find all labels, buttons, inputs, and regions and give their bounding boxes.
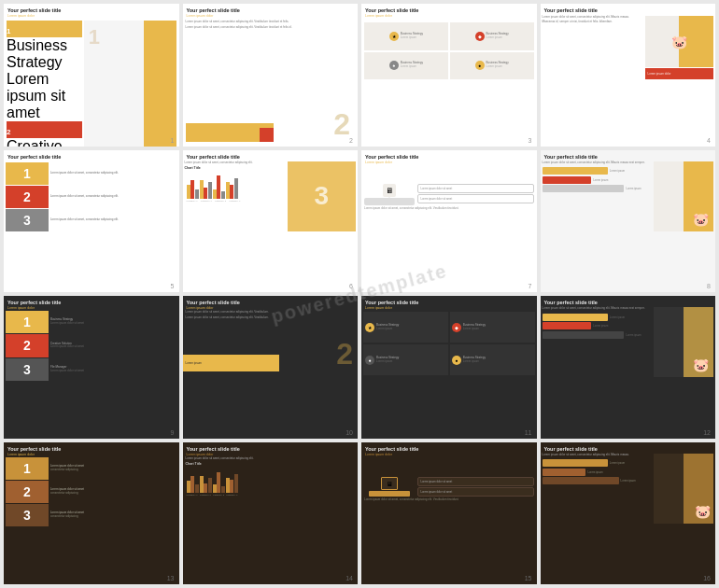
big-num: 2 bbox=[336, 337, 353, 371]
num-label: Lorem ipsum bbox=[186, 361, 202, 365]
slide-15[interactable]: Your perfect slide title Lorem ipsum dol… bbox=[361, 442, 537, 585]
slide-7[interactable]: Your perfect slide title Lorem ipsum dol… bbox=[361, 150, 537, 293]
slide-6[interactable]: Your perfect slide title Lorem ipsum dol… bbox=[183, 150, 359, 293]
chart-title: Chart Title bbox=[185, 166, 286, 170]
slide-title: Your perfect slide title bbox=[7, 300, 176, 305]
cat-4: Category 4 bbox=[226, 494, 237, 497]
cat-3: Category 3 bbox=[215, 200, 226, 203]
slide-number: 16 bbox=[703, 575, 711, 581]
slide-number: 10 bbox=[345, 429, 353, 436]
slide-title: Your perfect slide title bbox=[365, 154, 533, 160]
slide-16[interactable]: Your perfect slide title Lorem ipsum dol… bbox=[541, 442, 716, 585]
grid-cell-2: ◆ Business StrategyLorem ipsum bbox=[450, 22, 534, 50]
slide-number: 9 bbox=[171, 429, 175, 436]
body-text-2: Lorem ipsum dolor sit amet, consectetur … bbox=[186, 26, 356, 30]
cat-4: Category 4 bbox=[229, 200, 240, 203]
slide-number: 14 bbox=[345, 575, 353, 581]
item-3-text: Lorem ipsum dolor sit amet, consectetur … bbox=[50, 218, 177, 222]
slide-title: Your perfect slide title bbox=[365, 7, 533, 13]
slide-title: Your perfect slide title bbox=[7, 446, 176, 452]
number-1: 1 bbox=[7, 21, 82, 37]
body-text: Lorem ipsum dolor sit amet, consectetur … bbox=[543, 454, 652, 457]
item-1-text: Lorem ipsum dolor sit amet, consectetur … bbox=[50, 172, 177, 175]
chart-title: Chart Title bbox=[186, 462, 356, 466]
slide-14[interactable]: Your perfect slide title Lorem ipsum dol… bbox=[183, 442, 359, 585]
cat-3: Category 3 bbox=[213, 494, 224, 497]
slide-title: Your perfect slide title bbox=[7, 154, 176, 160]
bubble-2: Lorem ipsum dolor sit amet bbox=[417, 194, 533, 203]
body-text: Lorem ipsum dolor sit amet, consectetur … bbox=[186, 457, 356, 461]
big-number: 2 bbox=[333, 107, 350, 142]
dark-cell-4: ● Business StrategyLorem ipsum bbox=[450, 344, 535, 375]
cat-2: Category 2 bbox=[201, 200, 212, 203]
body-text: Lorem ipsum dolor sit amet, consectetur … bbox=[543, 307, 652, 311]
slide-12[interactable]: Your perfect slide title Lorem ipsum dol… bbox=[541, 296, 716, 439]
slide-number: 13 bbox=[167, 575, 175, 581]
slide-2[interactable]: Your perfect slide title Lorem ipsum dol… bbox=[183, 4, 359, 147]
grid-cell-3: ♠ Business StrategyLorem ipsum bbox=[364, 52, 448, 80]
slide-13[interactable]: Your perfect slide title Lorem ipsum dol… bbox=[4, 442, 179, 585]
slide-title: Your perfect slide title bbox=[7, 7, 176, 13]
slide-title: Your perfect slide title bbox=[544, 300, 712, 305]
slide-11[interactable]: Your perfect slide title Lorem ipsum dol… bbox=[361, 296, 537, 439]
slide-number: 4 bbox=[707, 137, 711, 144]
slide-title: Your perfect slide title bbox=[187, 7, 355, 13]
cat-2: Category 2 bbox=[200, 494, 211, 497]
item-sub: Lorem ipsum sit amet bbox=[7, 71, 82, 121]
body-text: Lorem ipsum dolor sit amet, consectetur … bbox=[543, 161, 652, 165]
slide-10[interactable]: Your perfect slide title Lorem ipsum dol… bbox=[183, 296, 359, 439]
item-1: Business StrategyLorem ipsum dolor sit a… bbox=[50, 318, 177, 326]
slide-1[interactable]: Your perfect slide title Lorem ipsum dol… bbox=[4, 4, 179, 147]
slide-3[interactable]: Your perfect slide title Lorem ipsum dol… bbox=[361, 4, 537, 147]
item-label: Creative Solution bbox=[7, 138, 82, 147]
slide-subtitle: Lorem ipsum dolor bbox=[365, 161, 533, 164]
body-text: Lorem ipsum dolor sit amet, consectetur … bbox=[186, 21, 356, 24]
slide-number: 1 bbox=[171, 137, 175, 144]
cat-1: Category 1 bbox=[187, 200, 198, 203]
bubble-1: Lorem ipsum dolor sit amet bbox=[417, 184, 533, 193]
slide-number: 6 bbox=[349, 283, 353, 289]
slide-subtitle: Lorem ipsum dolor bbox=[365, 14, 533, 18]
bar-l-2: Lorem ipsum bbox=[593, 324, 608, 328]
slide-number: 7 bbox=[529, 283, 532, 289]
number-2: 2 bbox=[7, 121, 82, 138]
slide-title: Your perfect slide title bbox=[365, 300, 533, 305]
slide-8[interactable]: Your perfect slide title Lorem ipsum dol… bbox=[541, 150, 716, 293]
bar-label-1: Lorem ipsum bbox=[610, 169, 625, 173]
slide-subtitle: Lorem ipsum dolor bbox=[7, 306, 176, 310]
item-2: Creative SolutionLorem ipsum dolor sit a… bbox=[50, 343, 177, 350]
slide-title: Your perfect slide title bbox=[187, 154, 355, 160]
cat-1: Category 1 bbox=[187, 494, 198, 497]
slide-subtitle: Lorem ipsum dolor bbox=[365, 306, 533, 310]
slide-number: 3 bbox=[529, 137, 532, 144]
body-text: Lorem ipsum dolor sit amet, consectetur … bbox=[185, 161, 286, 165]
item-3: File ManagerLorem ipsum dolor sit amet bbox=[50, 366, 177, 373]
monitor-icon: 🖥 bbox=[381, 477, 398, 490]
item-3: Lorem ipsum dolor sit ametconsectetur ad… bbox=[50, 511, 177, 519]
slide-5[interactable]: Your perfect slide title 1 2 3 Lorem ips… bbox=[4, 150, 179, 293]
slide-title: Your perfect slide title bbox=[544, 7, 712, 13]
slide-title: Your perfect slide title bbox=[544, 446, 712, 452]
dark-cell-2: ◆ Business StrategyLorem ipsum bbox=[450, 312, 535, 343]
slide-number: 15 bbox=[525, 575, 532, 581]
slide-4[interactable]: Your perfect slide title Lorem ipsum dol… bbox=[541, 4, 716, 147]
slide-subtitle: Lorem ipsum dolor bbox=[365, 453, 533, 456]
grid-cell-1: ★ Business StrategyLorem ipsum bbox=[364, 22, 448, 50]
bar-l-2: Lorem ipsum bbox=[587, 470, 602, 474]
item-label: Business Strategy bbox=[7, 37, 82, 71]
slide-number: 8 bbox=[707, 283, 711, 289]
item-2-text: Lorem ipsum dolor sit amet, consectetur … bbox=[50, 195, 177, 199]
bar-l-1: Lorem ipsum bbox=[610, 315, 625, 319]
slide-subtitle: Lorem ipsum dolor bbox=[187, 453, 355, 456]
red-label: Lorem ipsum dolor bbox=[648, 72, 671, 76]
body-text: Lorem ipsum dolor sit amet, consectetur … bbox=[186, 311, 356, 315]
slide-title: Your perfect slide title bbox=[187, 300, 355, 305]
slide-number: 5 bbox=[171, 283, 175, 289]
item-2: Lorem ipsum dolor sit ametconsectetur ad… bbox=[50, 488, 177, 496]
slide-subtitle: Lorem ipsum dolor bbox=[187, 14, 355, 18]
slide-title: Your perfect slide title bbox=[365, 446, 533, 452]
slide-subtitle: Lorem ipsum dolor bbox=[7, 453, 176, 456]
bar-l-3: Lorem ipsum bbox=[626, 333, 641, 337]
slide-9[interactable]: Your perfect slide title Lorem ipsum dol… bbox=[4, 296, 179, 439]
bubble-2: Lorem ipsum dolor sit amet bbox=[417, 487, 533, 497]
